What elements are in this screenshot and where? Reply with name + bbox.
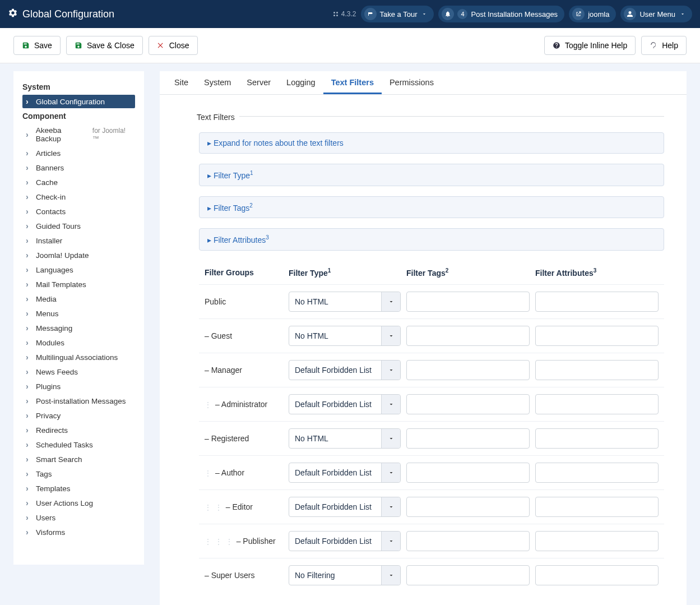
filter-tags-input[interactable] [406, 565, 530, 585]
sidebar-item-label: Plugins [36, 382, 61, 391]
filter-tags-input[interactable] [406, 360, 530, 380]
help-button[interactable]: Help [641, 36, 687, 55]
filter-attributes-input[interactable] [535, 497, 659, 517]
disclosure[interactable]: ▸ Filter Attributes3 [199, 228, 664, 251]
sidebar-item[interactable]: ›Visforms [22, 525, 135, 539]
filter-tags-input[interactable] [406, 292, 530, 312]
sidebar-heading-component: Component [22, 112, 135, 121]
disclosure[interactable]: ▸ Filter Tags2 [199, 196, 664, 219]
sidebar-item[interactable]: ›Smart Search [22, 452, 135, 466]
filter-row: – RegisteredNo HTML [199, 421, 664, 455]
sidebar-item[interactable]: ›Tags [22, 467, 135, 481]
sidebar-item[interactable]: ›Global Configuration [22, 95, 135, 108]
filter-type-select[interactable]: Default Forbidden List [289, 531, 401, 551]
sidebar-item[interactable]: ›Guided Tours [22, 219, 135, 233]
tab-system[interactable]: System [196, 71, 239, 94]
filter-attributes-input[interactable] [535, 292, 659, 312]
sidebar-item[interactable]: ›Articles [22, 146, 135, 160]
sidebar-item[interactable]: ›Post-installation Messages [22, 394, 135, 408]
sidebar-item-label: Visforms [36, 528, 65, 537]
filter-type-select[interactable]: No Filtering [289, 565, 401, 585]
save-button[interactable]: Save [13, 36, 61, 55]
filter-type-select[interactable]: Default Forbidden List [289, 394, 401, 414]
filter-attributes-input[interactable] [535, 428, 659, 449]
sidebar-item[interactable]: ›Media [22, 292, 135, 306]
filter-attributes-input[interactable] [535, 394, 659, 414]
sidebar-item[interactable]: ›User Actions Log [22, 496, 135, 510]
filter-row: ⋮ ⋮ ⋮ – PublisherDefault Forbidden List [199, 524, 664, 558]
tab-server[interactable]: Server [239, 71, 279, 94]
chevron-down-icon [381, 292, 400, 311]
sidebar-item-label: Media [36, 295, 57, 303]
sidebar-item[interactable]: ›Scheduled Tasks [22, 438, 135, 451]
tab-logging[interactable]: Logging [279, 71, 323, 94]
filter-type-select[interactable]: No HTML [289, 428, 401, 449]
filter-tags-input[interactable] [406, 394, 530, 414]
chevron-right-icon: › [26, 251, 31, 260]
take-tour-button[interactable]: Take a Tour [361, 6, 434, 22]
chevron-right-icon: › [26, 455, 31, 464]
post-install-button[interactable]: 4 Post Installation Messages [438, 6, 564, 22]
filter-row: ⋮ – AdministratorDefault Forbidden List [199, 387, 664, 421]
filter-attributes-input[interactable] [535, 326, 659, 346]
filter-group-label: – Manager [205, 366, 283, 375]
sidebar-item[interactable]: ›Installer [22, 234, 135, 247]
sidebar-item[interactable]: ›Cache [22, 176, 135, 189]
sidebar-item-label: Global Configuration [36, 98, 105, 106]
filter-type-select[interactable]: No HTML [289, 326, 401, 346]
filter-tags-input[interactable] [406, 463, 530, 483]
filter-attributes-input[interactable] [535, 463, 659, 483]
user-menu-button[interactable]: User Menu [620, 6, 692, 22]
chevron-right-icon: › [26, 513, 31, 522]
tab-site[interactable]: Site [166, 71, 196, 94]
filter-tags-input[interactable] [406, 326, 530, 346]
sidebar-item[interactable]: ›Multilingual Associations [22, 350, 135, 364]
toolbar-right: Toggle Inline Help Help [544, 36, 687, 55]
sidebar-item[interactable]: ›Messaging [22, 321, 135, 335]
filter-type-select[interactable]: Default Forbidden List [289, 497, 401, 517]
external-link-icon [572, 8, 585, 20]
svg-point-0 [333, 12, 335, 13]
sidebar-item[interactable]: ›Modules [22, 336, 135, 349]
disclosure[interactable]: ▸ Expand for notes about the text filter… [199, 132, 664, 154]
filter-attributes-input[interactable] [535, 565, 659, 585]
sidebar-item[interactable]: ›News Feeds [22, 365, 135, 378]
filter-type-select[interactable]: Default Forbidden List [289, 360, 401, 380]
sidebar-item[interactable]: ›Templates [22, 482, 135, 495]
sidebar-item[interactable]: ›Mail Templates [22, 278, 135, 291]
filter-tags-input[interactable] [406, 497, 530, 517]
filter-attributes-input[interactable] [535, 531, 659, 551]
filter-attributes-input[interactable] [535, 360, 659, 380]
sidebar-item-label: News Feeds [36, 368, 78, 376]
disclosure[interactable]: ▸ Filter Type1 [199, 164, 664, 186]
sidebar-item[interactable]: ›Contacts [22, 205, 135, 218]
site-link[interactable]: joomla [569, 6, 616, 22]
fieldset-line [199, 116, 664, 117]
question-circle-icon [553, 41, 560, 49]
sidebar-item[interactable]: ›Check-in [22, 190, 135, 204]
sidebar-item[interactable]: ›Menus [22, 307, 135, 320]
filter-type-select[interactable]: No HTML [289, 292, 401, 312]
sidebar-item-label: Guided Tours [36, 222, 81, 230]
filter-tags-input[interactable] [406, 428, 530, 449]
indent-dots: ⋮ [205, 469, 212, 477]
filter-type-select[interactable]: Default Forbidden List [289, 463, 401, 483]
sidebar-item[interactable]: ›Akeeba Backup for Joomla!™ [22, 124, 135, 145]
sidebar-item[interactable]: ›Languages [22, 263, 135, 276]
sidebar-item[interactable]: ›Privacy [22, 409, 135, 422]
filter-tags-input[interactable] [406, 531, 530, 551]
sidebar-item[interactable]: ›Users [22, 511, 135, 524]
sidebar-item[interactable]: ›Banners [22, 161, 135, 174]
sidebar-item[interactable]: ›Redirects [22, 423, 135, 437]
toggle-inline-help-button[interactable]: Toggle Inline Help [544, 36, 636, 55]
chevron-down-icon [381, 532, 400, 551]
tab-text-filters[interactable]: Text Filters [323, 71, 382, 94]
sidebar-item[interactable]: ›Joomla! Update [22, 248, 135, 262]
close-button[interactable]: Close [149, 36, 198, 55]
save-close-button[interactable]: Save & Close [66, 36, 143, 55]
sidebar-item[interactable]: ›Plugins [22, 380, 135, 393]
sidebar-item-label: Mail Templates [36, 280, 86, 289]
chevron-right-icon: › [26, 97, 31, 106]
sidebar-item-label: Smart Search [36, 455, 82, 464]
tab-permissions[interactable]: Permissions [382, 71, 442, 94]
